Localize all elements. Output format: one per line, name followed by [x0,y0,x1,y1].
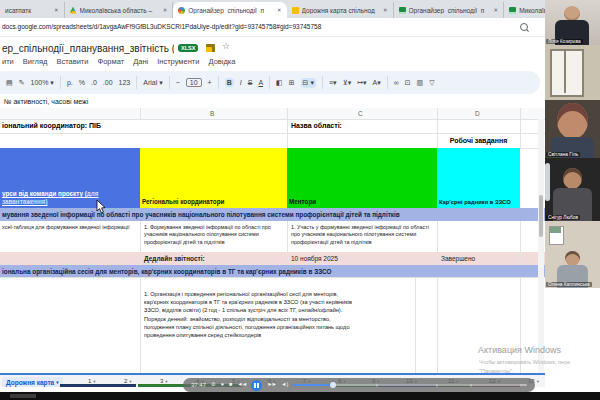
cell-section2-body[interactable]: 1. Організація і проведення регіональної… [144,290,359,339]
cell-band-advisors[interactable]: Кар'єрні радники в ЗЗСО [437,148,520,208]
insert-link-icon[interactable]: ∞ [394,79,399,86]
url-bar[interactable]: docs.google.com/spreadsheets/d/1avgaAwFf… [0,18,545,37]
cell-deadline-date[interactable]: 10 ноября 2025 [291,255,338,262]
seek-handle[interactable] [330,382,336,388]
fill-color-icon[interactable]: ◧ [276,79,283,87]
menu-item-tools[interactable]: Інструменти [157,57,199,66]
text-rotate-icon[interactable]: A▾ [373,79,381,87]
search-icon[interactable] [520,23,528,31]
filter-icon[interactable]: ▽ [429,79,434,87]
tab-close-icon[interactable]: ✕ [277,7,282,13]
bottom-black-bar [0,392,600,400]
cell-band-resources[interactable]: урси від команди проєкту (для завантажен… [0,148,140,208]
participant-name: Снігур Любов [546,215,580,220]
player-time: 37:47 [191,382,206,388]
text-color-button[interactable]: A [258,79,263,86]
menu-item-help[interactable]: Довідка [208,57,235,66]
stop-icon[interactable]: ■ [229,382,232,388]
band-mentors-label: Ментори [289,198,316,206]
menu-item-data[interactable]: Дані [133,57,148,66]
cell-region-label[interactable]: Назва області: [291,122,342,129]
cell-section2-header[interactable]: іональна організаційна сесія для менторі… [0,265,545,277]
participant-name: Лілія Козирєва [546,39,583,44]
browser-tab-2[interactable]: Миколаївська область – ✕ [65,2,174,18]
insert-comment-icon[interactable]: ⊡ [405,79,411,87]
pause-button[interactable] [251,380,262,391]
taskbar-button[interactable] [10,394,36,398]
sheet-tab-label: Дорожня карта [6,379,54,386]
document-title[interactable]: ер_спільнодії_планування_звітність (2) [2,43,174,54]
browser-tab-3-active[interactable]: Органайзер_спільнодії_п ✕ [173,2,286,18]
band-coordinators-label: Регіональні координатори [142,198,224,206]
cell-deadline-label[interactable]: Дедлайн звітності: [144,255,205,262]
insert-chart-icon[interactable]: ▥ [417,79,424,87]
mute-icon[interactable]: ⊘ [211,382,216,388]
tab-title: исатпатк [5,7,51,14]
merge-cells-icon[interactable]: ⊟ ▾ [301,78,316,88]
star-icon[interactable]: ☆ [222,41,230,51]
cell-coordinator-label[interactable]: іональний координатор: ПІБ [2,122,101,129]
cell-section1-header[interactable]: мування зведеної інформації по області п… [0,208,545,221]
tab-close-icon[interactable]: ✕ [163,7,168,13]
font-size-input[interactable]: 10 [186,78,202,87]
column-header-c[interactable]: C [358,110,363,117]
cell-section1-a[interactable]: xcel-таблиця для формування зведеної інф… [2,224,134,231]
panel-scrollbar[interactable] [545,163,550,201]
tab-close-icon[interactable]: ✕ [54,7,59,13]
bold-button[interactable]: B [225,78,234,87]
zoom-select[interactable]: 100% ▾ [31,79,54,87]
column-header-d[interactable]: D [475,110,480,117]
drive-icon [70,7,77,14]
participant-video-tile: Лілія Козирєва [545,0,600,45]
menu-item-view[interactable]: Вигляд [23,57,48,66]
xlsx-badge: XLSX [178,44,198,52]
tab-color-strip [60,384,136,387]
seek-slider[interactable] [293,384,527,386]
move-folder-icon[interactable] [206,44,215,52]
column-header-b[interactable]: B [210,110,214,117]
browser-tab-5[interactable]: Органайзер_спільнодії_п ✕ [394,2,505,18]
tab-close-icon[interactable]: ✕ [494,7,499,13]
decrease-decimal-button[interactable]: .0 [91,79,97,86]
cell-tasks-label[interactable]: Робочі завдання [437,137,520,144]
rewind-icon[interactable]: ◄◄ [237,382,246,388]
sheet-scrollbar-thumb[interactable] [539,195,543,237]
italic-button[interactable]: I [240,79,242,86]
vertical-align-icon[interactable]: ⊻▾ [343,79,352,87]
borders-icon[interactable]: ⊞ [289,79,295,87]
cell-band-coordinators[interactable]: Регіональні координатори [140,148,287,208]
print-icon[interactable]: ▤ [6,79,13,87]
sheets-icon [399,7,406,14]
chevron-down-icon[interactable]: ▾ [56,380,58,385]
cell-section1-b[interactable]: 1. Формування зведеної інформації по обл… [144,224,283,246]
strikethrough-button[interactable]: S [248,79,253,86]
increase-decimal-button[interactable]: .00 [103,79,113,86]
browser-tab-1[interactable]: исатпатк ✕ [0,2,65,18]
record-icon[interactable]: ● [221,382,224,388]
paint-format-icon[interactable]: ✎ [19,79,25,87]
font-size-plus-button[interactable]: + [208,79,212,86]
volume-icon[interactable]: ◄) [281,382,288,388]
band-advisors-label: Кар'єрні радники в ЗЗСО [439,198,511,206]
toolbar: ▤ ✎ 100% ▾ р. % .0 .00 123 Arial ▾ − 10 … [0,71,540,94]
sheet-tab-roadmap[interactable]: Дорожня карта ▾ [2,377,63,387]
percent-format-button[interactable]: % [79,79,85,86]
menu-item-format[interactable]: Формат [97,57,124,66]
video-call-panel: Лілія Козирєва Світлана Гіль Снігур Любо… [545,0,600,400]
menu-item[interactable]: ити [2,57,14,66]
fast-forward-icon[interactable]: ►► [267,382,276,388]
cell-band-mentors[interactable]: Ментори [287,148,437,208]
tab-close-icon[interactable]: ✕ [383,7,388,13]
cell-section1-c[interactable]: 1. Участь у формуванні зведеної інформац… [291,224,433,246]
currency-format-button[interactable]: р. [67,79,73,86]
number-format-button[interactable]: 123 [119,79,131,86]
horizontal-align-icon[interactable]: ≡▾ [329,79,337,87]
font-size-minus-button[interactable]: − [176,79,180,86]
text-wrap-icon[interactable]: ↦▾ [357,79,366,87]
browser-tab-4[interactable]: Дорожня карта спільнод ✕ [287,2,394,18]
tab-title: Органайзер_спільнодії_п [188,7,274,14]
cell-deadline-status[interactable]: Завершено [441,255,475,262]
menu-item-insert[interactable]: Вставити [56,57,88,66]
font-select[interactable]: Arial ▾ [143,79,162,87]
sheet-scrollbar-track[interactable] [538,119,544,373]
